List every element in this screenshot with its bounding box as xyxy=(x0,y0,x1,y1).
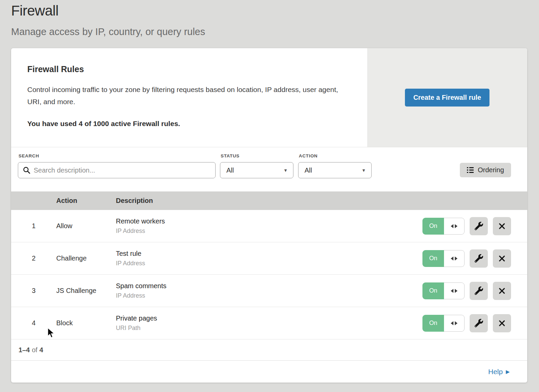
toggle-arrows-icon[interactable] xyxy=(444,250,465,267)
rule-controls: On xyxy=(422,314,527,332)
help-link[interactable]: Help ▶ xyxy=(488,368,510,376)
table-body: 1 Allow Remote workers IP Address On xyxy=(11,210,527,339)
pagination-total: 4 xyxy=(39,346,43,354)
chevron-down-icon: ▼ xyxy=(283,168,288,173)
status-select[interactable]: All ▼ xyxy=(220,162,293,178)
search-input[interactable] xyxy=(18,162,216,178)
arrow-right-icon: ▶ xyxy=(506,369,510,374)
rule-description: Test rule xyxy=(116,250,422,258)
edit-rule-button[interactable] xyxy=(470,217,488,235)
rule-priority: 1 xyxy=(11,222,56,230)
list-icon xyxy=(467,167,474,173)
rule-action: Allow xyxy=(56,222,116,230)
rule-description-cell: Test rule IP Address xyxy=(116,250,422,267)
delete-rule-button[interactable] xyxy=(493,282,511,300)
rule-priority: 2 xyxy=(11,254,56,262)
rule-description-cell: Private pages URI Path xyxy=(116,314,422,332)
wrench-icon xyxy=(475,222,483,230)
x-icon xyxy=(498,222,506,230)
rule-enabled-toggle[interactable]: On xyxy=(422,250,465,267)
filter-bar: SEARCH STATUS All ▼ xyxy=(11,147,527,191)
wrench-icon xyxy=(475,254,483,263)
action-group: ACTION All ▼ xyxy=(298,153,372,178)
toggle-on-label[interactable]: On xyxy=(422,218,444,235)
ordering-label: Ordering xyxy=(478,166,504,174)
page-title: Firewall xyxy=(11,3,59,19)
chevron-down-icon: ▼ xyxy=(361,168,366,173)
firewall-page: Firewall Manage access by IP, country, o… xyxy=(0,0,539,392)
rule-enabled-toggle[interactable]: On xyxy=(422,218,465,235)
rule-description: Private pages xyxy=(116,314,422,322)
table-row: 3 JS Challenge Spam comments IP Address … xyxy=(11,275,527,307)
ordering-button[interactable]: Ordering xyxy=(460,163,511,177)
toggle-arrows-icon[interactable] xyxy=(444,315,465,332)
cta-panel: Create a Firewall rule xyxy=(367,48,527,147)
pagination-range: 1–4 xyxy=(19,346,30,354)
edit-rule-button[interactable] xyxy=(470,249,488,268)
edit-rule-button[interactable] xyxy=(470,314,488,332)
x-icon xyxy=(498,320,506,327)
toggle-on-label[interactable]: On xyxy=(422,250,444,267)
toggle-arrows-icon[interactable] xyxy=(444,282,465,299)
rule-action: JS Challenge xyxy=(56,287,116,295)
column-header-action: Action xyxy=(56,197,116,205)
action-value: All xyxy=(305,167,312,174)
page-subtitle: Manage access by IP, country, or query r… xyxy=(11,26,205,37)
rule-description-cell: Spam comments IP Address xyxy=(116,282,422,299)
help-label: Help xyxy=(488,368,503,376)
rule-description: Remote workers xyxy=(116,217,422,225)
rule-enabled-toggle[interactable]: On xyxy=(422,315,465,332)
rule-field: IP Address xyxy=(116,292,422,299)
create-firewall-rule-button[interactable]: Create a Firewall rule xyxy=(405,89,489,107)
usage-note: You have used 4 of 1000 active Firewall … xyxy=(27,120,351,128)
action-label: ACTION xyxy=(299,153,372,158)
column-header-description: Description xyxy=(116,197,527,205)
firewall-rules-card: Firewall Rules Control incoming traffic … xyxy=(11,48,527,383)
rule-priority: 4 xyxy=(11,319,56,327)
rule-action: Block xyxy=(56,319,116,327)
rule-description: Spam comments xyxy=(116,282,422,290)
status-group: STATUS All ▼ xyxy=(220,153,293,178)
delete-rule-button[interactable] xyxy=(493,217,511,235)
pagination: 1–4 of 4 xyxy=(11,339,527,361)
edit-rule-button[interactable] xyxy=(470,282,488,300)
wrench-icon xyxy=(475,287,483,295)
toggle-on-label[interactable]: On xyxy=(422,315,444,332)
rule-action: Challenge xyxy=(56,254,116,262)
search-icon xyxy=(23,166,31,174)
rule-field: IP Address xyxy=(116,228,422,235)
card-info: Firewall Rules Control incoming traffic … xyxy=(11,48,367,147)
action-select[interactable]: All ▼ xyxy=(298,162,372,178)
table-header: Action Description xyxy=(11,191,527,210)
card-description: Control incoming traffic to your zone by… xyxy=(27,84,351,108)
search-input-wrap xyxy=(18,162,216,178)
help-row: Help ▶ xyxy=(11,361,527,383)
search-label: SEARCH xyxy=(19,153,216,158)
card-heading: Firewall Rules xyxy=(27,64,351,74)
rule-field: IP Address xyxy=(116,260,422,267)
rule-controls: On xyxy=(422,217,527,235)
status-label: STATUS xyxy=(221,153,293,158)
delete-rule-button[interactable] xyxy=(493,249,511,268)
rule-priority: 3 xyxy=(11,287,56,295)
toggle-arrows-icon[interactable] xyxy=(444,218,465,235)
table-row: 4 Block Private pages URI Path On xyxy=(11,307,527,339)
wrench-icon xyxy=(475,319,483,327)
rule-field: URI Path xyxy=(116,325,422,332)
card-top-section: Firewall Rules Control incoming traffic … xyxy=(11,48,527,147)
status-value: All xyxy=(226,167,234,174)
toggle-on-label[interactable]: On xyxy=(422,282,444,299)
x-icon xyxy=(498,255,506,262)
rule-controls: On xyxy=(422,282,527,300)
rule-enabled-toggle[interactable]: On xyxy=(422,282,465,299)
delete-rule-button[interactable] xyxy=(493,314,511,332)
search-group: SEARCH xyxy=(18,153,216,178)
x-icon xyxy=(498,287,506,295)
rule-description-cell: Remote workers IP Address xyxy=(116,217,422,235)
table-row: 2 Challenge Test rule IP Address On xyxy=(11,242,527,275)
pagination-of: of xyxy=(32,346,37,354)
table-row: 1 Allow Remote workers IP Address On xyxy=(11,210,527,242)
rule-controls: On xyxy=(422,249,527,268)
